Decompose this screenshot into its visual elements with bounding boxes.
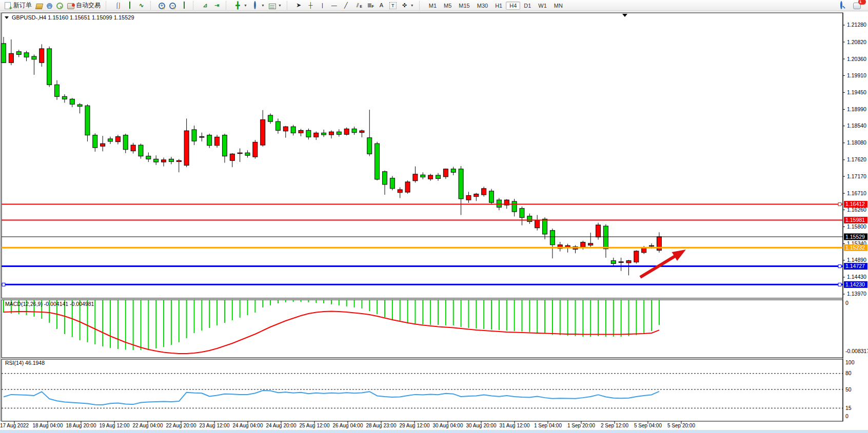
price-badge-label: 1.15529 (845, 234, 865, 240)
price-badge-label: 1.16412 (845, 201, 865, 207)
notification-badge: 1 (858, 0, 866, 5)
time-label: 24 Aug 04:00 (233, 423, 263, 428)
toolbar: + 新订单 自动交易 ⌠⌡ ∿ + − ⊿ ⇥ (0, 0, 868, 11)
vline-tool[interactable]: | (317, 1, 328, 10)
toolbar-separator (150, 1, 153, 10)
fibonacci-tool[interactable]: ≣ (364, 1, 376, 10)
indicators-button[interactable]: ╋▼ (232, 1, 249, 10)
chart-shift-button[interactable]: ⇥ (211, 1, 223, 10)
signal-button[interactable] (54, 2, 65, 10)
timeframe-h4[interactable]: H4 (506, 2, 520, 10)
line-anchor[interactable] (838, 283, 841, 286)
timeframe-m15[interactable]: M15 (455, 2, 473, 10)
time-label: 26 Aug 04:00 (333, 423, 363, 428)
timeframe-d1[interactable]: D1 (520, 2, 535, 10)
price-tick: 1.18080 (847, 139, 866, 146)
templates-icon (269, 4, 276, 9)
mt4-terminal: { "toolbar": { "new_order_label": "新订单",… (0, 0, 868, 433)
candle (375, 142, 380, 180)
time-label: 30 Aug 04:00 (433, 423, 463, 428)
profile-button[interactable] (45, 2, 54, 9)
zoom-in-button[interactable]: + (156, 2, 167, 10)
macd-label: MACD(12,26,9) -0.004141 -0.004981 (5, 301, 94, 307)
search-icon (840, 1, 842, 9)
price-tick: 1.21280 (847, 22, 866, 28)
chart-title: GBPUSD-,H4 1.15160 1.15651 1.15099 1.155… (12, 14, 134, 20)
timeframe-m30[interactable]: M30 (474, 2, 491, 10)
rsi-level-label: 80 (845, 370, 852, 376)
notifications-button[interactable]: 1 (851, 1, 863, 10)
tile-windows-button[interactable] (178, 1, 190, 10)
bar-chart-button[interactable]: ⌠⌡ (112, 1, 124, 10)
time-label: 1 Sep 04:00 (534, 423, 562, 428)
hline-tool[interactable]: — (328, 1, 340, 10)
price-badge-label: 1.15981 (845, 217, 865, 223)
price-tick: 1.16710 (847, 190, 866, 196)
templates-button[interactable]: ▼ (267, 2, 284, 10)
text-tool[interactable]: A (376, 1, 387, 10)
line-anchor[interactable] (2, 283, 5, 286)
time-label: 23 Aug 12:00 (200, 423, 230, 428)
time-label: 22 Aug 20:00 (166, 423, 196, 428)
time-label: 28 Aug 23:00 (366, 423, 397, 428)
timeframe-mn[interactable]: MN (550, 2, 566, 10)
price-tick: 1.17620 (847, 156, 866, 162)
label-icon: T (389, 2, 397, 9)
macd-pane[interactable] (2, 300, 843, 358)
line-anchor[interactable] (838, 265, 841, 268)
price-badge-label: 1.14727 (845, 263, 865, 269)
time-label: 30 Aug 20:00 (466, 423, 497, 428)
text-icon: A (378, 2, 385, 9)
rsi-pane[interactable] (2, 359, 843, 421)
line-anchor[interactable] (838, 203, 841, 206)
price-tick: 1.19910 (847, 72, 866, 78)
price-tick: 1.17170 (847, 173, 866, 179)
trendline-tool[interactable]: ╱ (340, 1, 352, 10)
time-label: 24 Aug 20:00 (266, 423, 297, 428)
timeframe-m1[interactable]: M1 (425, 2, 440, 10)
timeframe-h1[interactable]: H1 (491, 2, 506, 10)
zoom-out-button[interactable]: − (167, 2, 178, 10)
price-tick: 1.18990 (847, 106, 866, 112)
candle (405, 180, 410, 194)
main-pane[interactable] (2, 13, 843, 298)
candle (489, 189, 494, 205)
rsi-axis-bottom: 0 (845, 413, 849, 419)
fibonacci-icon: ≣ (366, 2, 373, 9)
new-order-button[interactable]: + 新订单 (2, 1, 34, 10)
arrows-icon: ✜ (401, 2, 408, 9)
time-label: 17 Aug 2022 (0, 423, 29, 428)
market-watch-button[interactable] (34, 2, 45, 10)
channel-tool[interactable]: ⫽ (352, 1, 364, 10)
chart-shift-icon: ⇥ (213, 2, 221, 9)
rsi-axis-top: 100 (845, 359, 855, 365)
candle (390, 176, 394, 190)
price-tick: 1.18540 (847, 122, 866, 129)
timeframe-m5[interactable]: M5 (440, 2, 455, 10)
line-chart-icon: ∿ (137, 2, 145, 9)
time-label: 22 Aug 04:00 (133, 423, 163, 428)
profile-icon (47, 3, 52, 9)
time-label: 25 Aug 12:00 (300, 423, 330, 428)
trendline-icon: ╱ (342, 2, 350, 9)
candlestick-button[interactable] (124, 1, 135, 10)
line-chart-button[interactable]: ∿ (135, 1, 147, 10)
hline-icon: — (330, 2, 338, 9)
price-tick: 1.15800 (847, 223, 866, 230)
time-label: 31 Aug 12:00 (500, 423, 530, 428)
cursor-tool[interactable]: ➤ (293, 1, 305, 10)
auto-trading-button[interactable]: 自动交易 (65, 1, 103, 10)
auto-scroll-button[interactable]: ⊿ (199, 1, 211, 10)
tile-windows-icon (184, 2, 185, 9)
candle (253, 140, 258, 159)
timeframe-w1[interactable]: W1 (535, 2, 550, 10)
arrows-tool[interactable]: ✜▼ (399, 1, 416, 10)
toolbar-separator (193, 1, 196, 10)
search-button[interactable] (835, 1, 847, 10)
zoom-in-icon: + (159, 3, 165, 9)
label-tool[interactable]: T (387, 2, 399, 10)
time-label: 18 Aug 20:00 (66, 423, 96, 428)
chart-window[interactable]: 1.212801.208201.203601.199101.194501.189… (0, 11, 868, 433)
periods-button[interactable]: ▼ (249, 1, 267, 10)
crosshair-tool[interactable]: ┼ (305, 1, 317, 10)
